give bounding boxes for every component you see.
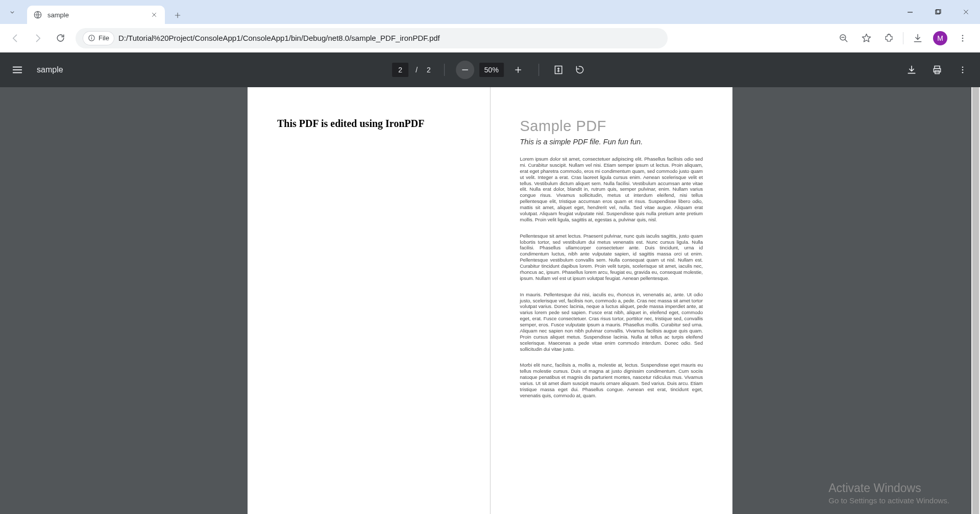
page2-paragraph-1: Lorem ipsum dolor sit amet, consectetuer… (520, 156, 703, 223)
zoom-in-button[interactable] (509, 61, 527, 79)
zoom-level[interactable]: 50% (479, 63, 504, 77)
svg-point-7 (962, 37, 964, 39)
toolbar-actions: M (834, 28, 976, 48)
close-tab-icon[interactable] (150, 10, 159, 19)
tab-title: sample (47, 11, 150, 19)
download-pdf-icon[interactable] (903, 62, 920, 78)
nav-forward-icon[interactable] (27, 28, 49, 48)
origin-chip[interactable]: File (83, 31, 114, 45)
page2-title: Sample PDF (520, 118, 703, 135)
svg-point-4 (91, 36, 92, 37)
page2-paragraph-3: In mauris. Pellentesque dui nisi, iaculi… (520, 292, 703, 352)
url-text: D:/Tutorial%20Project/ConsoleApp1/Consol… (118, 34, 440, 42)
pdf-page-1: This PDF is edited using IronPDF (248, 87, 491, 514)
watermark-line1: Activate Windows (828, 481, 949, 495)
hamburger-menu-icon[interactable] (9, 62, 26, 78)
kebab-menu-icon[interactable] (952, 28, 973, 48)
toolbar-separator (903, 32, 903, 44)
address-bar[interactable]: File D:/Tutorial%20Project/ConsoleApp1/C… (76, 28, 668, 48)
page2-paragraph-2: Pellentesque sit amet lectus. Praesent p… (520, 233, 703, 281)
window-controls (896, 0, 980, 24)
svg-point-14 (962, 69, 964, 71)
browser-tab-active[interactable]: sample (27, 6, 165, 24)
pdf-toolbar-separator (444, 64, 445, 76)
profile-avatar[interactable]: M (930, 28, 950, 48)
info-icon (88, 34, 95, 42)
svg-point-13 (962, 66, 964, 68)
browser-toolbar: File D:/Tutorial%20Project/ConsoleApp1/C… (0, 24, 980, 53)
rotate-icon[interactable] (572, 62, 588, 78)
pdf-toolbar: sample / 2 50% (0, 53, 980, 87)
pdf-pages: This PDF is edited using IronPDF Sample … (248, 87, 732, 514)
tabs-search-dropdown[interactable] (0, 0, 24, 24)
svg-rect-9 (555, 66, 561, 74)
svg-point-15 (962, 72, 964, 73)
more-actions-icon[interactable] (954, 62, 971, 78)
pdf-page-2: Sample PDF This is a simple PDF file. Fu… (491, 87, 733, 514)
extensions-icon[interactable] (878, 28, 899, 48)
page-sep: / (413, 66, 420, 74)
page2-subtitle: This is a simple PDF file. Fun fun fun. (520, 138, 703, 146)
pdf-viewport[interactable]: This PDF is edited using IronPDF Sample … (0, 87, 980, 514)
page1-heading: This PDF is edited using IronPDF (277, 118, 460, 130)
reload-icon[interactable] (49, 28, 71, 48)
bookmark-star-icon[interactable] (856, 28, 876, 48)
globe-icon (33, 10, 42, 19)
print-icon[interactable] (929, 62, 945, 78)
pdf-toolbar-separator (538, 64, 539, 76)
new-tab-button[interactable] (169, 7, 186, 24)
zoom-indicator-icon[interactable] (834, 28, 854, 48)
page-number-input[interactable] (392, 63, 408, 77)
vertical-scrollbar[interactable] (971, 87, 980, 514)
browser-titlebar: sample (0, 0, 980, 24)
downloads-icon[interactable] (908, 28, 928, 48)
pdf-doc-title: sample (37, 65, 63, 74)
window-close-icon[interactable] (952, 0, 980, 24)
origin-chip-label: File (99, 34, 109, 42)
zoom-out-button[interactable] (456, 61, 474, 79)
svg-point-6 (962, 35, 964, 36)
page2-paragraph-4: Morbi elit nunc, facilisis a, mollis a, … (520, 362, 703, 398)
watermark-line2: Go to Settings to activate Windows. (828, 496, 949, 505)
avatar-letter: M (933, 31, 947, 45)
window-minimize-icon[interactable] (896, 0, 924, 24)
scrollbar-thumb[interactable] (972, 87, 979, 514)
fit-page-icon[interactable] (550, 62, 567, 78)
windows-activation-watermark: Activate Windows Go to Settings to activ… (828, 481, 949, 505)
window-maximize-icon[interactable] (924, 0, 952, 24)
svg-point-8 (962, 40, 964, 41)
page-total: 2 (425, 66, 433, 74)
nav-back-icon[interactable] (4, 28, 27, 48)
